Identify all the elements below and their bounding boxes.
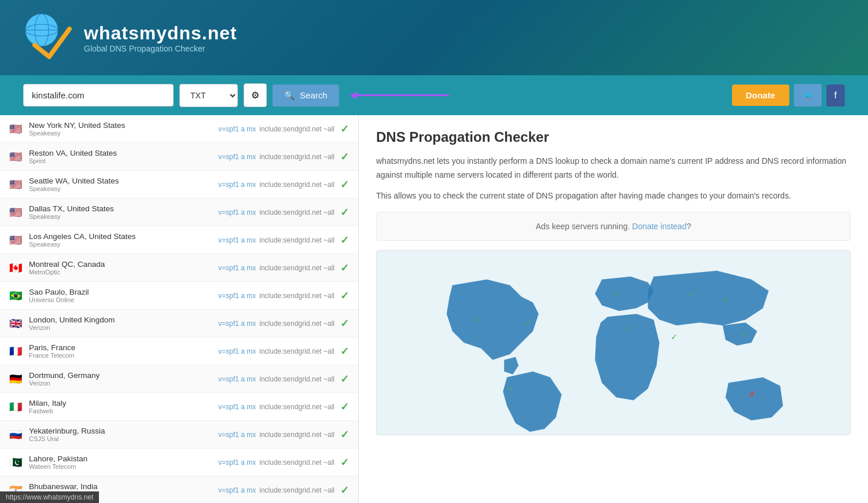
location-info: Los Angeles CA, United States Speakeasy	[29, 232, 212, 248]
isp-name: Speakeasy	[29, 213, 212, 220]
description-1: whatsmydns.net lets you instantly perfor…	[376, 155, 851, 182]
table-row: 🇺🇸 Reston VA, United States Sprint v=spf…	[0, 143, 358, 171]
svg-text:✓: ✓	[671, 332, 678, 342]
dns-values: v=spf1 a mx include:sendgrid.net ~all	[218, 458, 334, 467]
results-list: 🇺🇸 New York NY, United States Speakeasy …	[0, 115, 359, 503]
location-name: Bhubaneswar, India	[29, 482, 212, 491]
main-content: 🇺🇸 New York NY, United States Speakeasy …	[0, 115, 868, 503]
dns-record-values: v=spf1 a mx	[218, 208, 256, 216]
dns-values: v=spf1 a mx include:sendgrid.net ~all	[218, 153, 334, 161]
domain-input[interactable]: kinstalife.com	[23, 84, 174, 107]
country-flag: 🇺🇸	[9, 206, 23, 219]
location-info: Reston VA, United States Sprint	[29, 149, 212, 164]
isp-name: Speakeasy	[29, 185, 212, 192]
location-name: Montreal QC, Canada	[29, 260, 212, 269]
location-info: London, United Kingdom Verizon	[29, 315, 212, 331]
dns-record-values: v=spf1 a mx	[218, 320, 256, 328]
dns-record-detail: include:sendgrid.net ~all	[259, 236, 334, 244]
status-icon: ✓	[340, 373, 349, 385]
dns-record-detail: include:sendgrid.net ~all	[259, 347, 334, 355]
toolbar-right: Donate 🐦 f	[732, 84, 845, 107]
location-name: Sao Paulo, Brazil	[29, 288, 212, 296]
status-icon: ✓	[340, 428, 349, 441]
location-info: New York NY, United States Speakeasy	[29, 121, 212, 137]
status-icon: ✓	[340, 150, 349, 163]
dns-record-values: v=spf1 a mx	[218, 458, 256, 467]
arrow-indicator	[351, 94, 449, 96]
settings-button[interactable]: ⚙	[244, 83, 267, 107]
svg-text:✓: ✓	[507, 384, 514, 394]
svg-text:✓: ✓	[688, 289, 695, 299]
dns-record-detail: include:sendgrid.net ~all	[259, 264, 334, 272]
status-icon: ✓	[340, 234, 349, 247]
record-type-select[interactable]: TXT A AAAA CNAME MX NS	[179, 84, 238, 107]
country-flag: 🇷🇺	[9, 428, 23, 441]
twitter-icon: 🐦	[802, 90, 814, 100]
dns-values: v=spf1 a mx include:sendgrid.net ~all	[218, 181, 334, 189]
country-flag: 🇺🇸	[9, 234, 23, 247]
donate-instead-link[interactable]: Donate instead	[632, 222, 686, 231]
world-map: ✓ ✓ ✓ ✓ ✓ ✓ ✓ ✓ ✗ ✓	[376, 250, 851, 435]
country-flag: 🇨🇦	[9, 262, 23, 274]
isp-name: France Telecom	[29, 352, 212, 359]
table-row: 🇨🇦 Montreal QC, Canada MetroOptic v=spf1…	[0, 254, 358, 282]
facebook-button[interactable]: f	[826, 85, 845, 107]
location-info: Sao Paulo, Brazil Universo Online	[29, 288, 212, 303]
svg-text:✓: ✓	[473, 315, 480, 325]
table-row: 🇩🇪 Dortmund, Germany Verizon v=spf1 a mx…	[0, 365, 358, 393]
dns-record-values: v=spf1 a mx	[218, 236, 256, 244]
country-flag: 🇺🇸	[9, 150, 23, 163]
table-row: 🇮🇹 Milan, Italy Fastweb v=spf1 a mx incl…	[0, 393, 358, 421]
svg-text:✓: ✓	[524, 318, 531, 328]
location-info: Seattle WA, United States Speakeasy	[29, 177, 212, 192]
donate-button[interactable]: Donate	[732, 85, 789, 106]
twitter-button[interactable]: 🐦	[794, 84, 822, 107]
status-icon: ✓	[340, 178, 349, 191]
svg-text:✓: ✓	[625, 324, 632, 333]
dns-record-values: v=spf1 a mx	[218, 125, 256, 133]
table-row: 🇬🇧 London, United Kingdom Verizon v=spf1…	[0, 310, 358, 337]
location-name: Lahore, Pakistan	[29, 454, 212, 463]
status-bar: https://www.whatsmydns.net	[0, 491, 99, 503]
dns-record-values: v=spf1 a mx	[218, 431, 256, 439]
country-flag: 🇩🇪	[9, 373, 23, 385]
dns-values: v=spf1 a mx include:sendgrid.net ~all	[218, 264, 334, 272]
country-flag: 🇬🇧	[9, 317, 23, 330]
location-info: Milan, Italy Fastweb	[29, 399, 212, 414]
dns-record-detail: include:sendgrid.net ~all	[259, 292, 334, 300]
location-info: Dallas TX, United States Speakeasy	[29, 204, 212, 220]
dns-record-values: v=spf1 a mx	[218, 375, 256, 383]
location-info: Yekaterinburg, Russia CSJS Ural	[29, 427, 212, 442]
table-row: 🇺🇸 Seattle WA, United States Speakeasy v…	[0, 171, 358, 199]
dns-values: v=spf1 a mx include:sendgrid.net ~all	[218, 347, 334, 355]
isp-name: CSJS Ural	[29, 435, 212, 442]
dns-record-values: v=spf1 a mx	[218, 347, 256, 355]
dns-values: v=spf1 a mx include:sendgrid.net ~all	[218, 375, 334, 383]
table-row: 🇷🇺 Yekaterinburg, Russia CSJS Ural v=spf…	[0, 421, 358, 449]
dns-values: v=spf1 a mx include:sendgrid.net ~all	[218, 125, 334, 133]
dns-record-values: v=spf1 a mx	[218, 403, 256, 411]
status-icon: ✓	[340, 456, 349, 469]
dns-record-detail: include:sendgrid.net ~all	[259, 181, 334, 189]
location-name: Los Angeles CA, United States	[29, 232, 212, 241]
dns-values: v=spf1 a mx include:sendgrid.net ~all	[218, 486, 334, 494]
location-name: London, United Kingdom	[29, 315, 212, 324]
dns-values: v=spf1 a mx include:sendgrid.net ~all	[218, 236, 334, 244]
status-icon: ✓	[340, 262, 349, 274]
country-flag: 🇧🇷	[9, 289, 23, 302]
isp-name: Wateen Telecom	[29, 463, 212, 470]
country-flag: 🇺🇸	[9, 123, 23, 135]
dns-record-detail: include:sendgrid.net ~all	[259, 458, 334, 467]
status-url: https://www.whatsmydns.net	[6, 493, 93, 501]
table-row: 🇫🇷 Paris, France France Telecom v=spf1 a…	[0, 337, 358, 365]
isp-name: Verizon	[29, 324, 212, 331]
dns-record-detail: include:sendgrid.net ~all	[259, 208, 334, 216]
location-info: Montreal QC, Canada MetroOptic	[29, 260, 212, 276]
search-button[interactable]: 🔍 Search	[273, 85, 339, 107]
dns-record-detail: include:sendgrid.net ~all	[259, 431, 334, 439]
table-row: 🇺🇸 Los Angeles CA, United States Speakea…	[0, 226, 358, 254]
isp-name: Fastweb	[29, 407, 212, 414]
dns-values: v=spf1 a mx include:sendgrid.net ~all	[218, 292, 334, 300]
isp-name: Universo Online	[29, 296, 212, 303]
table-row: 🇺🇸 Dallas TX, United States Speakeasy v=…	[0, 199, 358, 226]
